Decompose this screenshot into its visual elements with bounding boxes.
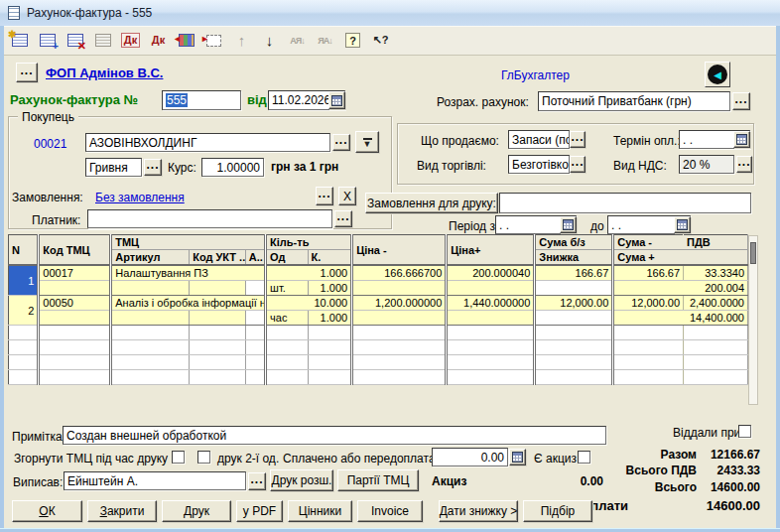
currency-browse-button[interactable]: ... <box>144 159 162 176</box>
doc-number-input[interactable]: 555 <box>162 90 241 110</box>
cell-price-plus[interactable]: 1,440.000000 <box>447 296 535 311</box>
order-clear-button[interactable]: X <box>338 187 356 205</box>
empty-cell[interactable] <box>308 370 352 385</box>
buyer-browse-button[interactable]: ... <box>332 134 350 151</box>
gave-note-checkbox[interactable] <box>738 425 751 438</box>
empty-cell[interactable] <box>245 355 265 370</box>
empty-cell[interactable] <box>447 355 535 370</box>
scrollbar-thumb[interactable] <box>750 242 756 264</box>
parties-button[interactable]: Партії ТМЦ <box>337 469 419 491</box>
print-order-button[interactable]: Замовлення для друку: <box>365 193 498 213</box>
payment-term-calendar-button[interactable] <box>733 131 750 148</box>
order-link[interactable]: Без замовлення <box>95 191 185 204</box>
empty-cell[interactable] <box>535 340 613 355</box>
what-sell-browse-button[interactable]: ... <box>570 131 585 148</box>
cell-unit[interactable]: шт. <box>266 281 309 296</box>
new-row-icon[interactable]: ✱ <box>8 29 31 52</box>
empty-cell[interactable] <box>447 326 535 340</box>
empty-cell[interactable] <box>39 355 111 370</box>
issued-by-browse-button[interactable]: ... <box>248 472 266 490</box>
empty-cell[interactable] <box>190 340 246 355</box>
empty-cell[interactable] <box>245 370 265 385</box>
cell-empty[interactable] <box>352 311 447 326</box>
print-button[interactable]: Друк <box>162 500 231 522</box>
empty-cell[interactable] <box>245 340 265 355</box>
empty-cell[interactable] <box>190 370 246 385</box>
invoice-button[interactable]: Invoice <box>357 500 423 522</box>
cell-ukt[interactable] <box>190 281 246 296</box>
empty-cell[interactable] <box>245 326 265 340</box>
debit-credit-alt-icon[interactable]: Дк <box>147 29 170 52</box>
empty-cell[interactable] <box>684 326 748 340</box>
buyer-history-dropdown-button[interactable]: ▼ <box>355 131 379 153</box>
cell-a[interactable] <box>245 281 265 296</box>
order-browse-button[interactable]: ... <box>316 187 333 205</box>
empty-cell[interactable] <box>684 340 748 355</box>
cell-code[interactable]: 00050 <box>39 296 111 311</box>
empty-cell[interactable] <box>111 355 190 370</box>
buyer-name-input[interactable]: АЗОВІНВХОЛДИНГ <box>85 133 330 152</box>
empty-cell[interactable] <box>613 355 684 370</box>
table-scrollbar[interactable] <box>748 235 758 405</box>
pdf-button[interactable]: у PDF <box>236 500 283 522</box>
titlebar[interactable]: Рахунок-фактура - 555 <box>0 0 780 26</box>
print-extended-button[interactable]: Друк розш. <box>270 469 333 491</box>
sort-desc-icon[interactable]: ЯА↓ <box>314 29 336 52</box>
cell-sum-minus[interactable]: 166.67 <box>613 265 684 281</box>
vat-type-browse-button[interactable]: ... <box>736 156 752 173</box>
empty-cell[interactable] <box>9 326 39 340</box>
cell-empty[interactable] <box>447 311 535 326</box>
rows-in-icon[interactable]: ◄ <box>175 29 197 52</box>
empty-cell[interactable] <box>447 340 535 355</box>
cell-sum-plus[interactable]: 14,400.000 <box>613 311 748 326</box>
payer-browse-button[interactable]: ... <box>334 210 352 227</box>
copy-row-icon[interactable] <box>91 29 114 52</box>
add-row-icon[interactable]: + <box>36 29 59 52</box>
payer-input[interactable] <box>87 209 332 228</box>
empty-cell[interactable] <box>9 370 39 385</box>
empty-cell[interactable] <box>535 355 613 370</box>
cell-ukt[interactable] <box>190 311 246 326</box>
cell-sum-plus[interactable]: 200.004 <box>613 281 748 296</box>
cell-artikul[interactable] <box>111 281 190 296</box>
empty-cell[interactable] <box>266 326 309 340</box>
cell-code2[interactable] <box>39 311 111 326</box>
cell-vat[interactable]: 2,400.0000 <box>684 296 748 311</box>
rate-input[interactable]: 1.00000 <box>201 158 264 177</box>
issued-by-input[interactable]: Ейнштейн А. <box>64 471 246 490</box>
rows-out-icon[interactable]: ► <box>202 29 225 52</box>
empty-cell[interactable] <box>266 370 309 385</box>
empty-cell[interactable] <box>352 355 447 370</box>
empty-cell[interactable] <box>535 326 613 340</box>
empty-cell[interactable] <box>308 326 352 340</box>
empty-cell[interactable] <box>684 370 748 385</box>
cell-n[interactable]: 1 <box>9 265 39 296</box>
empty-cell[interactable] <box>308 340 352 355</box>
sort-asc-icon[interactable]: АЯ↓ <box>286 29 309 52</box>
empty-cell[interactable] <box>39 370 111 385</box>
paid-input[interactable]: 0.00 <box>432 448 508 466</box>
navigate-button[interactable]: ◀ <box>705 62 730 87</box>
empty-cell[interactable] <box>111 340 190 355</box>
cell-sum-base[interactable]: 12,000.00 <box>535 296 613 311</box>
empty-cell[interactable] <box>266 355 309 370</box>
what-sell-input[interactable]: Запаси (посл <box>508 130 570 149</box>
empty-cell[interactable] <box>190 355 246 370</box>
empty-cell[interactable] <box>684 355 748 370</box>
cell-sum-minus[interactable]: 12,000.00 <box>613 296 684 311</box>
cell-n[interactable]: 2 <box>9 296 39 326</box>
cell-discount[interactable] <box>535 311 613 326</box>
empty-cell[interactable] <box>111 370 190 385</box>
account-input[interactable]: Поточний Приватбанк (грн) <box>538 91 730 111</box>
empty-cell[interactable] <box>352 370 447 385</box>
cell-qty[interactable]: 1.000 <box>266 265 352 281</box>
print2-checkbox[interactable] <box>197 451 210 464</box>
period-from-calendar-button[interactable] <box>560 216 577 233</box>
selection-button[interactable]: Підбір <box>523 500 592 522</box>
cell-code[interactable]: 00017 <box>39 265 111 281</box>
note-input[interactable]: Создан внешней обработкой <box>63 426 606 445</box>
empty-cell[interactable] <box>352 326 447 340</box>
context-help-icon[interactable]: ↖? <box>369 29 392 52</box>
org-browse-button[interactable]: ... <box>16 63 38 82</box>
debit-credit-icon[interactable]: Дк <box>119 29 142 52</box>
